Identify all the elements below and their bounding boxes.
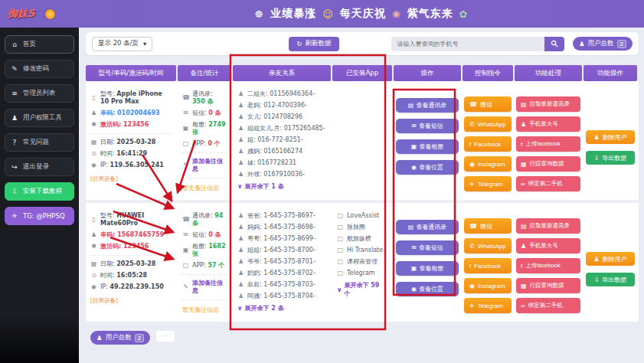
whatsapp-button[interactable]: ✆ WhatsApp [464, 116, 512, 132]
expand-apps-link[interactable]: ∨ 展开余下 59 个 [337, 281, 387, 298]
facebook-button[interactable]: f Facebook [464, 258, 512, 273]
sidebar-item-label: 修改密码 [23, 64, 49, 74]
relations-cell: ♟爸爸: 1-645-375-8697- ♟妈妈: 1-645-375-8698… [233, 209, 331, 317]
key-icon: ✱ [90, 243, 97, 250]
search-group [391, 37, 564, 51]
phone-icon: ▯ [90, 94, 97, 102]
app-icon: □ [337, 258, 344, 266]
bind-second-phone-button[interactable]: ∞ 绑定第二手机 [516, 176, 580, 191]
whatsapp-button[interactable]: ✆ WhatsApp [464, 238, 512, 253]
header-ticker: ☸ 业绩暴涨 ☺ 每天庆祝 ❀ 紫气东来 ✿ [79, 7, 644, 21]
col-header-functions: 功能处理 [515, 65, 582, 81]
fetch-contacts-button[interactable]: ▤ 拉取最新通讯录 [516, 218, 580, 234]
col-header-control: 控制指令 [463, 65, 513, 81]
relation-entry: 妈妈: 1-645-375-8698- [247, 224, 315, 231]
sidebar-item-user-permission-tools[interactable]: ♟ 用户权限工具 [5, 109, 74, 127]
sidebar-item-change-password[interactable]: ✎ 修改密码 [5, 60, 74, 78]
bind-second-phone-button[interactable]: ∞ 绑定第二手机 [516, 298, 580, 313]
facebook-icon: f [469, 263, 471, 270]
user-icon: ♟ [90, 231, 97, 239]
user-total-button-bottom[interactable]: ♟ 用户总数 2 [90, 331, 150, 345]
track-query-button[interactable]: ▦ 行踪查询数据 [516, 278, 580, 293]
instagram-button[interactable]: ◉ Instagram [464, 278, 512, 293]
app-icon: □ [337, 247, 344, 254]
search-input[interactable] [391, 37, 544, 51]
view-contacts-button[interactable]: ▤ 查看通讯录 [396, 98, 459, 113]
view-location-button[interactable]: ◉ 查看位置 [396, 160, 459, 175]
telegram-button[interactable]: ✈ Telegram [464, 176, 512, 191]
pagination-control[interactable]: · · [156, 331, 175, 342]
expand-relations-link[interactable]: ∨ 展开余下 1 条 [237, 182, 284, 191]
facebook-button[interactable]: f Facebook [464, 136, 512, 152]
device-table: 型号/串码/激活码/时间 备注/统计 亲友关系 已安装App 操作 控制指令 功… [86, 65, 639, 322]
col-header-actions: 功能操作 [584, 65, 637, 81]
user-total-badge: 2 [135, 334, 144, 342]
sidebar-item-faq[interactable]: ? 常见问题 [5, 133, 74, 152]
add-note-link[interactable]: 添加备注信息 [192, 158, 227, 173]
view-sms-button[interactable]: ✉ 查看短信 [396, 240, 459, 255]
sms-count: 0 条 [208, 231, 221, 238]
person-icon: ♟ [593, 134, 599, 141]
phone-main-account-button[interactable]: ♟ 手机最大号 [516, 238, 580, 253]
relation-entry: 姐姐: 1-645-375-8700- [247, 247, 315, 254]
bottom-bar: ♟ 用户总数 2 · · [86, 331, 639, 345]
export-data-button[interactable]: ⇩ 导出数据 [586, 273, 635, 286]
col-header-apps: 已安装App [332, 65, 392, 81]
relation-entry: 妹: 0167728231 [247, 159, 296, 167]
relation-entry: 二姐夫: 01156946364- [247, 90, 315, 98]
view-album-button[interactable]: ▣ 查看相册 [396, 139, 459, 154]
stats-cell: ☎ 通讯录: 350 条 ✉ 短信: 0 条 ▣ 相册: 2749 张 □ AP… [178, 87, 231, 195]
location-icon: ◉ [90, 162, 97, 169]
list-icon: ≡ [11, 90, 18, 97]
actions-cell: ♟ 删除用户 ⇩ 导出数据 [584, 209, 637, 317]
divider [182, 178, 227, 178]
album-icon: ▣ [182, 125, 189, 132]
phone-main-account-button[interactable]: ♟ 手机最大号 [516, 116, 580, 132]
app-entry: 航旅纵横 [347, 235, 371, 243]
sidebar-item-logout[interactable]: ↪ 退出登录 [5, 158, 74, 176]
blacklist-device-link[interactable]: [拉黑设备] [90, 297, 172, 305]
telegram-button[interactable]: ✈ Telegram [464, 298, 512, 313]
track-query-button[interactable]: ▦ 行踪查询数据 [516, 156, 580, 172]
sidebar-item-telegram-contact[interactable]: ✈ TG: @PHPSQ [5, 207, 74, 225]
add-note-link[interactable]: 添加备注信息 [192, 280, 227, 295]
blacklist-device-link[interactable]: [拉黑设备] [90, 175, 172, 183]
wechat-button[interactable]: ☎ 微信 [464, 218, 512, 234]
sidebar-item-home[interactable]: ⌂ 首页 [5, 35, 74, 54]
user-total-button[interactable]: ♟ 用户总数 2 [573, 37, 633, 51]
upload-facebook-button[interactable]: f 上传facebook [516, 258, 580, 273]
time-value: 16:05:28 [116, 272, 147, 279]
page-size-select[interactable]: 显示 20 条/页 ▾ [92, 37, 152, 51]
export-data-button[interactable]: ⇩ 导出数据 [586, 151, 635, 165]
view-location-button[interactable]: ◉ 查看位置 [396, 282, 459, 296]
delete-user-button[interactable]: ♟ 删除用户 [586, 130, 635, 144]
upload-facebook-button[interactable]: f 上传facebook [516, 136, 580, 152]
ticker-text-2: 每天庆祝 [340, 7, 386, 21]
search-button[interactable] [544, 37, 564, 51]
sms-label: 短信: [192, 231, 207, 238]
device-cell: ▯ 型号: Apple iPhone 10 Pro Max ♟ 串码: 0102… [86, 87, 176, 195]
date-value: 2025-03-28 [116, 139, 155, 146]
relation-entry: 奶奶: 1-645-375-8702- [247, 270, 315, 277]
date-label: 日期: [100, 139, 115, 146]
sms-icon: ✉ [182, 110, 189, 117]
fetch-contacts-button[interactable]: ▤ 拉取最新通讯录 [516, 96, 580, 112]
instagram-button[interactable]: ◉ Instagram [464, 156, 512, 172]
view-sms-button[interactable]: ✉ 查看短信 [396, 119, 459, 133]
expand-relations-link[interactable]: ∨ 展开余下 2 条 [237, 304, 284, 312]
smiley-icon: ☺ [322, 8, 334, 20]
sms-icon: ✉ [411, 123, 417, 129]
sidebar-item-label: TG: @PHPSQ [23, 212, 65, 220]
key-icon: ✱ [90, 121, 97, 129]
sidebar-item-admin-list[interactable]: ≡ 管理员列表 [5, 84, 74, 103]
imei-value: 0102004693 [117, 110, 160, 116]
wechat-button[interactable]: ☎ 微信 [464, 96, 512, 112]
view-contacts-button[interactable]: ▤ 查看通讯录 [396, 220, 459, 234]
refresh-data-button[interactable]: ↻ 刷新数据 [289, 37, 338, 51]
sidebar-item-download-guide[interactable]: ⇩ 安装下载教程 [5, 182, 74, 201]
view-album-button[interactable]: ▣ 查看相册 [396, 261, 459, 276]
relation-entry: 姐姐女儿.月: 0175265485- [247, 125, 325, 132]
delete-user-button[interactable]: ♟ 删除用户 [586, 252, 635, 266]
person-icon: ♟ [237, 136, 244, 144]
ticker-text-1: 业绩暴涨 [270, 7, 316, 21]
